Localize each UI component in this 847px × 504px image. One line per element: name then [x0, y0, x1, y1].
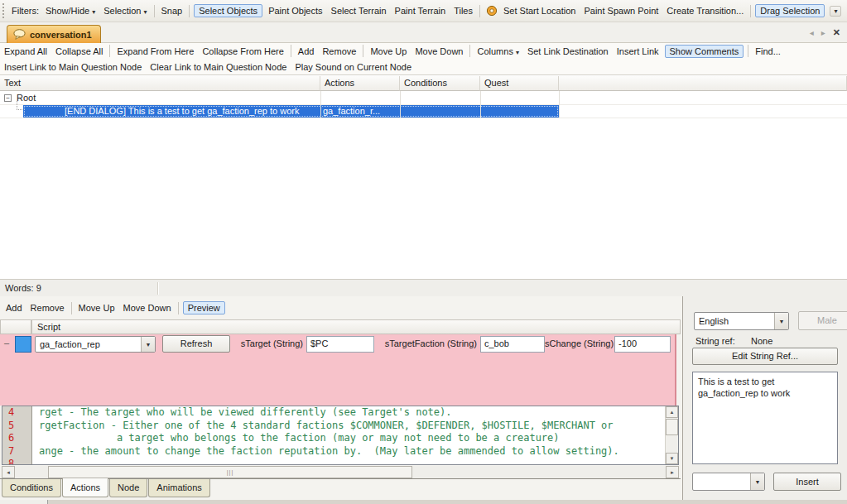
chevron-down-icon[interactable]: ▼	[774, 313, 788, 329]
set-start-location-button[interactable]: Set Start Location	[499, 4, 580, 17]
column-header-actions[interactable]: Actions	[320, 76, 400, 91]
insert-link-button[interactable]: Insert Link	[613, 45, 663, 58]
column-header-text[interactable]: Text	[0, 76, 320, 91]
paint-spawn-point-button[interactable]: Paint Spawn Point	[580, 4, 662, 17]
refresh-button[interactable]: Refresh	[162, 335, 230, 353]
active-script-cell[interactable]	[15, 336, 31, 353]
node-actions-cell: ga_faction_r...	[323, 106, 380, 116]
drag-selection-button[interactable]: Drag Selection	[755, 4, 825, 17]
scrollbar-thumb[interactable]	[666, 419, 678, 435]
script-remove-button[interactable]: Remove	[26, 301, 69, 314]
tab-scroll-right-icon[interactable]: ▸	[821, 28, 825, 37]
scroll-left-icon[interactable]: ◄	[2, 466, 15, 478]
chevron-down-icon: ▾	[143, 8, 147, 16]
tab-scroll-left-icon[interactable]: ◂	[810, 28, 814, 37]
chevron-down-icon[interactable]: ▼	[141, 337, 155, 352]
script-move-up-button[interactable]: Move Up	[75, 301, 119, 314]
columns-menu[interactable]: Columns▾	[473, 45, 522, 58]
insert-link-main-question-button[interactable]: Insert Link to Main Question Node	[0, 60, 146, 74]
script-grid-corner	[0, 319, 31, 334]
code-line: 4rget - The target who will be viewed di…	[2, 406, 678, 420]
tab-animations[interactable]: Animations	[148, 479, 209, 497]
tab-conditions[interactable]: Conditions	[2, 479, 61, 497]
script-comment-viewer[interactable]: 4rget - The target who will be viewed di…	[2, 406, 679, 465]
scroll-right-icon[interactable]: ►	[666, 466, 679, 478]
statusbar-divider	[157, 282, 158, 295]
tiles-button[interactable]: Tiles	[450, 4, 477, 17]
param-label-stargetfaction: sTargetFaction (String)	[374, 338, 477, 348]
collapse-from-here-button[interactable]: Collapse From Here	[198, 45, 287, 58]
separator	[178, 302, 179, 314]
paint-objects-button[interactable]: Paint Objects	[264, 4, 326, 17]
script-editor-panel: Add Remove Move Up Move Down Preview Scr…	[0, 296, 682, 500]
selection-menu[interactable]: Selection▾	[99, 4, 151, 17]
create-transition-button[interactable]: Create Transition...	[662, 4, 748, 17]
chevron-down-icon: ▾	[92, 8, 95, 16]
expand-all-button[interactable]: Expand All	[0, 45, 51, 58]
root-expander-icon[interactable]: −	[4, 94, 12, 102]
column-line	[400, 91, 401, 118]
node-text-editor[interactable]: This is a test to get ga_faction_rep to …	[692, 372, 838, 464]
main-toolbar: Filters: Show/Hide▾ Selection▾ Snap Sele…	[0, 0, 847, 22]
expand-from-here-button[interactable]: Expand From Here	[113, 45, 198, 58]
select-objects-button[interactable]: Select Objects	[194, 4, 262, 17]
script-move-down-button[interactable]: Move Down	[119, 301, 176, 314]
paint-terrain-button[interactable]: Paint Terrain	[391, 4, 450, 17]
select-terrain-button[interactable]: Select Terrain	[327, 4, 391, 17]
column-header-conditions[interactable]: Conditions	[400, 76, 480, 91]
script-select[interactable]: ga_faction_rep ▼	[35, 336, 156, 353]
script-column-header[interactable]: Script	[31, 319, 681, 334]
insert-button[interactable]: Insert	[773, 473, 841, 491]
param-input-starget[interactable]: $PC	[306, 336, 374, 353]
status-bar: Words: 9	[0, 279, 847, 296]
column-header-quest[interactable]: Quest	[480, 76, 559, 91]
chevron-down-icon[interactable]: ▼	[750, 473, 764, 490]
scroll-down-icon[interactable]: ▼	[666, 453, 678, 464]
separator	[469, 45, 470, 57]
token-select[interactable]: ▼	[692, 473, 765, 491]
find-button[interactable]: Find...	[751, 45, 785, 58]
show-comments-button[interactable]: Show Comments	[665, 45, 744, 58]
tab-conversation1[interactable]: conversation1	[7, 25, 101, 43]
separator	[291, 45, 291, 57]
preview-button[interactable]: Preview	[183, 301, 225, 314]
separator	[479, 5, 480, 17]
separator	[750, 5, 751, 17]
set-link-destination-button[interactable]: Set Link Destination	[523, 45, 613, 58]
bottom-edge	[0, 500, 847, 504]
string-ref-value: None	[751, 336, 772, 346]
clear-link-main-question-button[interactable]: Clear Link to Main Question Node	[146, 60, 291, 74]
toolbar-overflow-button[interactable]: ▾	[830, 6, 841, 17]
grip-icon: |||	[227, 469, 233, 475]
toolbar-gripper[interactable]	[2, 3, 5, 18]
move-down-button[interactable]: Move Down	[411, 45, 467, 58]
script-add-button[interactable]: Add	[2, 301, 26, 314]
scrollbar-track[interactable]: |||	[15, 466, 666, 478]
collapse-all-button[interactable]: Collapse All	[51, 45, 107, 58]
toolset-window: Filters: Show/Hide▾ Selection▾ Snap Sele…	[0, 0, 847, 504]
script-name: ga_faction_rep	[36, 339, 141, 349]
tab-node[interactable]: Node	[109, 479, 147, 497]
move-up-button[interactable]: Move Up	[366, 45, 411, 58]
scrollbar-thumb[interactable]: |||	[48, 466, 412, 478]
separator	[189, 5, 190, 17]
vertical-scrollbar[interactable]: ▲ ▼	[665, 406, 678, 464]
tab-actions[interactable]: Actions	[62, 478, 108, 497]
play-sound-button[interactable]: Play Sound on Current Node	[291, 60, 416, 74]
remove-node-button[interactable]: Remove	[318, 45, 360, 58]
language-value: English	[695, 316, 774, 326]
scroll-up-icon[interactable]: ▲	[666, 406, 678, 418]
row-marker: –	[4, 338, 9, 348]
edit-string-ref-button[interactable]: Edit String Ref...	[692, 348, 838, 365]
horizontal-scrollbar[interactable]: ◄ ||| ►	[2, 466, 679, 478]
param-input-stargetfaction[interactable]: c_bob	[480, 336, 545, 353]
param-input-schange[interactable]: -100	[614, 336, 671, 353]
show-hide-menu[interactable]: Show/Hide▾	[41, 4, 99, 17]
filters-label: Filters:	[9, 4, 41, 17]
close-tab-icon[interactable]: ✕	[833, 27, 840, 38]
add-node-button[interactable]: Add	[294, 45, 319, 58]
snap-button[interactable]: Snap	[157, 4, 187, 17]
tree-toolbar: Expand All Collapse All Expand From Here…	[0, 43, 847, 59]
selected-dialog-node[interactable]: [END DIALOG] This is a test to get ga_fa…	[23, 105, 559, 118]
language-select[interactable]: English ▼	[694, 312, 789, 330]
